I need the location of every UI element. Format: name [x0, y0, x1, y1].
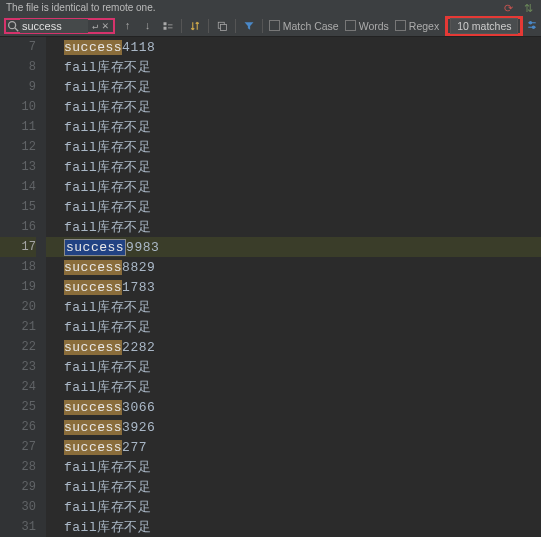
code-line[interactable]: fail库存不足 — [64, 177, 541, 197]
code-line[interactable]: fail库存不足 — [64, 517, 541, 537]
line-text: fail库存不足 — [64, 98, 151, 116]
sort-icon[interactable] — [188, 19, 202, 33]
match-case-checkbox[interactable]: Match Case — [269, 20, 339, 32]
editor[interactable]: 7891011121314151617181920212223242526272… — [0, 37, 541, 537]
text-fragment: fail — [64, 180, 97, 195]
svg-rect-2 — [163, 22, 166, 25]
line-text: fail库存不足 — [64, 498, 151, 516]
line-number: 13 — [0, 157, 36, 177]
svg-rect-7 — [220, 24, 226, 30]
code-line[interactable]: fail库存不足 — [64, 137, 541, 157]
text-fragment: fail — [64, 460, 97, 475]
code-line[interactable]: success3066 — [64, 397, 541, 417]
code-line[interactable]: success9983 — [64, 237, 541, 257]
svg-rect-4 — [168, 24, 173, 25]
line-text: fail库存不足 — [64, 158, 151, 176]
text-fragment: 库存不足 — [97, 200, 151, 215]
line-number: 19 — [0, 277, 36, 297]
text-fragment: fail — [64, 200, 97, 215]
line-text: fail库存不足 — [64, 78, 151, 96]
svg-rect-5 — [168, 27, 173, 28]
sync-icon[interactable]: ⟳ — [501, 1, 515, 15]
code-line[interactable]: fail库存不足 — [64, 377, 541, 397]
search-input[interactable] — [20, 19, 88, 33]
line-text: success277 — [64, 440, 147, 455]
text-fragment: 库存不足 — [97, 160, 151, 175]
text-fragment: 库存不足 — [97, 500, 151, 515]
code-line[interactable]: fail库存不足 — [64, 77, 541, 97]
code-line[interactable]: success1783 — [64, 277, 541, 297]
line-text: success4118 — [64, 40, 155, 55]
line-text: fail库存不足 — [64, 458, 151, 476]
text-fragment: fail — [64, 320, 97, 335]
text-fragment: 277 — [122, 440, 147, 455]
line-number: 29 — [0, 477, 36, 497]
diff-icon[interactable]: ⇅ — [521, 1, 535, 15]
text-fragment: fail — [64, 100, 97, 115]
code-line[interactable]: success4118 — [64, 37, 541, 57]
code-line[interactable]: fail库存不足 — [64, 197, 541, 217]
code-line[interactable]: success2282 — [64, 337, 541, 357]
text-fragment: 库存不足 — [97, 120, 151, 135]
text-fragment: fail — [64, 140, 97, 155]
checkbox-icon — [345, 20, 356, 31]
code-line[interactable]: fail库存不足 — [64, 477, 541, 497]
code-area[interactable]: success4118fail库存不足fail库存不足fail库存不足fail库… — [46, 37, 541, 537]
line-text: fail库存不足 — [64, 478, 151, 496]
line-number: 15 — [0, 197, 36, 217]
enter-icon[interactable]: ↵ — [92, 20, 98, 32]
line-number: 28 — [0, 457, 36, 477]
text-fragment: 库存不足 — [97, 520, 151, 535]
text-fragment: 2282 — [122, 340, 155, 355]
line-number: 18 — [0, 257, 36, 277]
matches-highlight: 10 matches — [445, 16, 523, 36]
filter-icon[interactable] — [242, 19, 256, 33]
divider — [181, 19, 182, 33]
code-line[interactable]: fail库存不足 — [64, 457, 541, 477]
line-text: success1783 — [64, 280, 155, 295]
next-match-icon[interactable]: ↓ — [141, 19, 155, 33]
text-fragment: fail — [64, 220, 97, 235]
line-number: 22 — [0, 337, 36, 357]
line-text: fail库存不足 — [64, 358, 151, 376]
line-number: 20 — [0, 297, 36, 317]
text-fragment: 9983 — [126, 240, 159, 255]
text-fragment: fail — [64, 520, 97, 535]
regex-checkbox[interactable]: Regex — [395, 20, 439, 32]
code-line[interactable]: fail库存不足 — [64, 117, 541, 137]
line-number: 23 — [0, 357, 36, 377]
close-search-icon[interactable]: ✕ — [102, 19, 109, 32]
match-case-label: Match Case — [283, 20, 339, 32]
code-line[interactable]: fail库存不足 — [64, 57, 541, 77]
line-text: success2282 — [64, 340, 155, 355]
line-number: 8 — [0, 57, 36, 77]
line-number: 25 — [0, 397, 36, 417]
svg-rect-3 — [163, 26, 166, 29]
select-all-icon[interactable] — [161, 19, 175, 33]
code-line[interactable]: success277 — [64, 437, 541, 457]
text-fragment: fail — [64, 160, 97, 175]
words-checkbox[interactable]: Words — [345, 20, 389, 32]
text-fragment: fail — [64, 380, 97, 395]
line-number: 24 — [0, 377, 36, 397]
prev-match-icon[interactable]: ↑ — [121, 19, 135, 33]
code-line[interactable]: fail库存不足 — [64, 297, 541, 317]
code-line[interactable]: fail库存不足 — [64, 97, 541, 117]
code-line[interactable]: success3926 — [64, 417, 541, 437]
code-line[interactable]: fail库存不足 — [64, 317, 541, 337]
code-line[interactable]: fail库存不足 — [64, 497, 541, 517]
line-number: 17 — [0, 237, 36, 257]
code-line[interactable]: fail库存不足 — [64, 157, 541, 177]
text-fragment: 3926 — [122, 420, 155, 435]
notification-text: The file is identical to remote one. — [6, 2, 156, 13]
line-number: 11 — [0, 117, 36, 137]
code-line[interactable]: fail库存不足 — [64, 217, 541, 237]
match-highlight: success — [64, 280, 122, 295]
text-fragment: 库存不足 — [97, 100, 151, 115]
export-icon[interactable] — [215, 19, 229, 33]
match-highlight: success — [64, 40, 122, 55]
line-text: fail库存不足 — [64, 58, 151, 76]
code-line[interactable]: fail库存不足 — [64, 357, 541, 377]
code-line[interactable]: success8829 — [64, 257, 541, 277]
settings-icon[interactable] — [525, 18, 539, 32]
